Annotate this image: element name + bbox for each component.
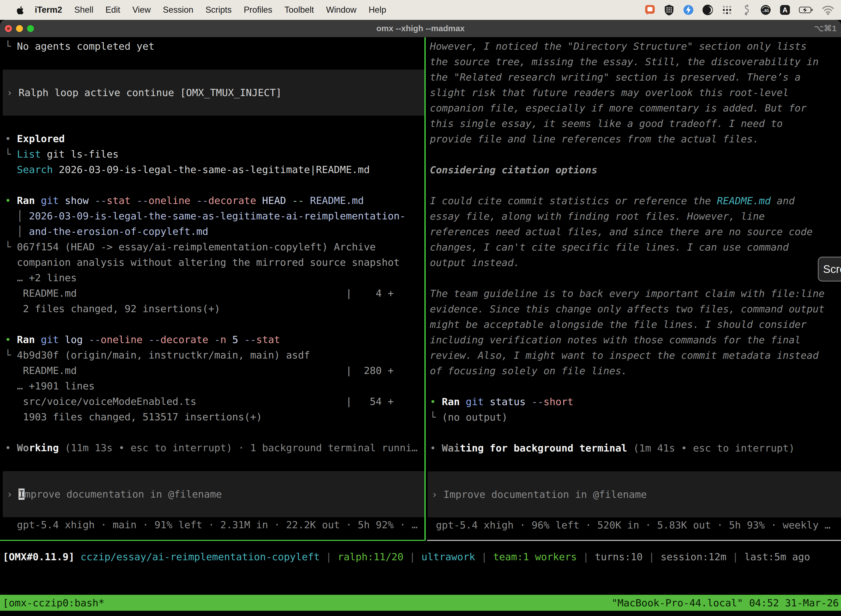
wifi-icon[interactable] bbox=[822, 4, 834, 16]
apple-menu-icon[interactable] bbox=[14, 4, 24, 15]
term-segment: Search bbox=[17, 164, 53, 175]
terminal-line: provide file and line references from th… bbox=[430, 131, 840, 147]
zoom-button[interactable] bbox=[27, 25, 34, 32]
term-segment: Improve documentation in @filename bbox=[443, 489, 647, 500]
term-segment: last:5m ago bbox=[744, 551, 810, 562]
close-button[interactable] bbox=[5, 25, 12, 32]
terminal-line: • Explored bbox=[5, 131, 423, 147]
terminal-line: 2 files changed, 92 insertions(+) bbox=[5, 301, 423, 317]
menu-item-shell[interactable]: Shell bbox=[74, 5, 93, 15]
shield-grid-icon[interactable] bbox=[663, 4, 675, 16]
dots-grid-icon[interactable] bbox=[721, 4, 733, 16]
menu-item-scripts[interactable]: Scripts bbox=[205, 5, 232, 15]
term-segment: | bbox=[727, 551, 744, 562]
menu-status-icons: ..61 A bbox=[644, 4, 834, 16]
terminal-line: However, I noticed the "Directory Struct… bbox=[430, 39, 840, 54]
terminal-line: │ and-the-erosion-of-copyleft.md bbox=[5, 224, 423, 239]
menu-item-edit[interactable]: Edit bbox=[105, 5, 120, 15]
term-segment: I bbox=[19, 488, 25, 500]
term-segment bbox=[208, 334, 214, 345]
command-input-text: › Ralph loop active continue [OMX_TMUX_I… bbox=[7, 85, 282, 100]
term-segment: references need actual files, and since … bbox=[430, 226, 813, 238]
term-segment bbox=[35, 334, 41, 345]
count-badge-icon[interactable]: ..61 bbox=[760, 4, 771, 16]
terminal-blank-line bbox=[430, 270, 840, 286]
minimize-button[interactable] bbox=[16, 25, 23, 32]
squiggle-icon[interactable] bbox=[741, 4, 752, 16]
command-input[interactable]: › Improve documentation in @filename bbox=[428, 471, 841, 518]
term-segment: However, I noticed the "Directory Struct… bbox=[430, 41, 806, 52]
command-input[interactable]: › Improve documentation in @filename bbox=[3, 471, 425, 517]
menu-item-toolbelt[interactable]: Toolbelt bbox=[284, 5, 314, 15]
terminal-blank-line bbox=[430, 178, 840, 193]
menu-bar: iTerm2ShellEditViewSessionScriptsProfile… bbox=[0, 0, 841, 20]
term-segment: and-the-erosion-of-copyleft.md bbox=[29, 226, 208, 237]
term-segment: └ bbox=[5, 148, 17, 160]
term-segment: ultrawork bbox=[421, 551, 475, 562]
term-segment: … +1901 lines bbox=[5, 380, 95, 392]
term-segment: status bbox=[484, 396, 532, 407]
term-segment: -- bbox=[292, 195, 304, 206]
terminal-blank-line bbox=[5, 177, 423, 193]
terminal-line: I could cite commit statistics or refere… bbox=[430, 193, 840, 209]
letter-a-icon[interactable]: A bbox=[779, 4, 791, 16]
menu-item-help[interactable]: Help bbox=[369, 5, 386, 15]
pane-bottom-border-inactive bbox=[427, 540, 841, 541]
terminal-line: output instead. bbox=[430, 255, 840, 270]
terminal-line: companion analysis without altering the … bbox=[5, 255, 423, 270]
terminal-line: evidence. Since this change only affects… bbox=[430, 301, 840, 317]
window-titlebar[interactable]: omx --xhigh --madmax ⌥⌘1 bbox=[0, 20, 841, 37]
terminal-line: gpt-5.4 xhigh · main · 91% left · 2.31M … bbox=[5, 517, 423, 532]
term-segment: -- bbox=[95, 195, 107, 206]
term-segment: | bbox=[577, 551, 595, 562]
menu-item-view[interactable]: View bbox=[132, 5, 151, 15]
terminal-blank-line bbox=[430, 147, 840, 162]
terminal-line: review. Also, I might want to inspect th… bbox=[430, 348, 840, 363]
term-segment: Wai bbox=[442, 442, 460, 454]
terminal-line: the source tree, missing the essay. Stil… bbox=[430, 54, 840, 70]
term-segment: (11m 13s • esc to interrupt) bbox=[59, 442, 232, 453]
battery-charging-icon[interactable] bbox=[799, 4, 814, 16]
menu-item-profiles[interactable]: Profiles bbox=[244, 5, 272, 15]
menu-item-iterm2[interactable]: iTerm2 bbox=[35, 5, 62, 15]
term-segment: HEAD bbox=[256, 195, 292, 206]
term-segment: └ bbox=[5, 41, 17, 52]
pane-bottom-border-active bbox=[0, 540, 424, 541]
chat-bubble-icon[interactable] bbox=[644, 4, 656, 16]
terminal-line: references need actual files, and since … bbox=[430, 224, 840, 239]
term-segment: git bbox=[466, 396, 484, 407]
command-input[interactable]: › Ralph loop active continue [OMX_TMUX_I… bbox=[3, 70, 425, 116]
term-segment: No agents completed yet bbox=[17, 41, 154, 52]
tmux-session-label[interactable]: [omx-cczip0:bash* bbox=[3, 597, 104, 609]
term-segment bbox=[460, 396, 466, 407]
term-segment: │ bbox=[5, 210, 29, 221]
term-segment bbox=[130, 195, 136, 206]
terminal-line: • Ran git status --short bbox=[430, 394, 840, 409]
term-segment: ralph:11/20 bbox=[338, 551, 403, 562]
term-segment: oneline bbox=[101, 334, 143, 345]
term-segment: of focusing solely on file lines. bbox=[430, 365, 627, 377]
tmux-pane-left[interactable]: └ No agents completed yet› Ralph loop ac… bbox=[0, 37, 424, 532]
term-segment: companion analysis without altering the … bbox=[5, 257, 400, 268]
term-segment: changes, I can't cite specific file line… bbox=[430, 242, 788, 253]
terminal-line: companion file, especially if more comme… bbox=[430, 100, 840, 116]
terminal-blank-line bbox=[5, 425, 423, 440]
tmux-status-bar: [omx-cczip0:bash* "MacBook-Pro-44.local"… bbox=[0, 595, 841, 611]
window-title: omx --xhigh --madmax bbox=[0, 20, 841, 37]
term-segment: including verification notes with those … bbox=[430, 334, 801, 346]
terminal-line: └ (no output) bbox=[430, 409, 840, 425]
terminal-line: 1903 files changed, 513517 insertions(+) bbox=[5, 409, 423, 425]
term-segment: | bbox=[403, 551, 421, 562]
term-segment: 1903 files changed, 513517 insertions(+) bbox=[5, 411, 262, 422]
screen-share-tooltip-label: Scre bbox=[823, 263, 841, 276]
term-segment: team:1 workers bbox=[493, 551, 577, 562]
menu-item-window[interactable]: Window bbox=[326, 5, 356, 15]
menu-item-session[interactable]: Session bbox=[163, 5, 193, 15]
term-segment: • bbox=[5, 442, 17, 453]
tmux-pane-right[interactable]: However, I noticed the "Directory Struct… bbox=[426, 37, 841, 533]
menu-items: iTerm2ShellEditViewSessionScriptsProfile… bbox=[35, 5, 399, 15]
term-segment: -- bbox=[148, 334, 160, 345]
terminal-line: the "Related research writing" section i… bbox=[430, 70, 840, 85]
crescent-circle-icon[interactable] bbox=[702, 4, 714, 16]
bolt-circle-icon[interactable] bbox=[683, 4, 694, 16]
